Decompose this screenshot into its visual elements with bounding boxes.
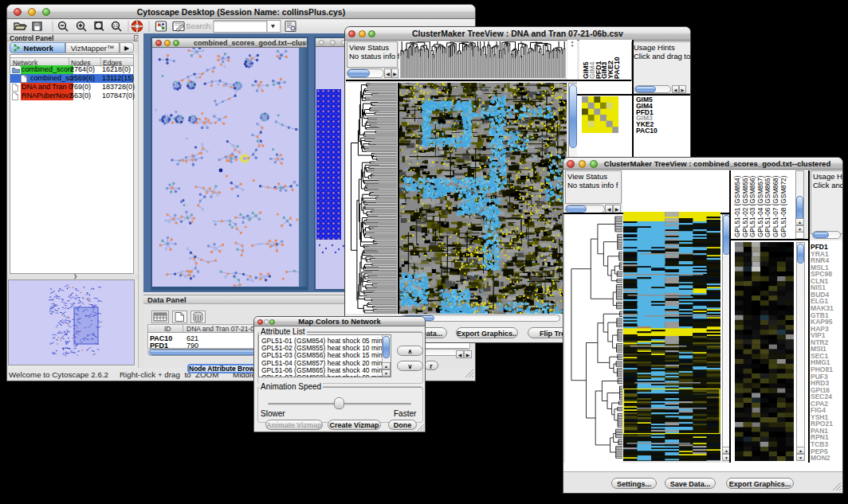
svg-text:PAC10: PAC10 [613,57,621,79]
svg-text:GPL51-08 (GSM872): GPL51-08 (GSM872) [780,175,787,237]
svg-text:GPL51-04 (GSM857): GPL51-04 (GSM857) [757,175,764,237]
svg-text:GPL51-07 (GSM868): GPL51-07 (GSM868) [772,175,779,237]
svg-text:GPL51-01 (GSM854): GPL51-01 (GSM854) [734,175,741,237]
svg-text:Search:: Search: [186,21,213,30]
svg-text:GPL51-03 (GSM856): GPL51-03 (GSM856) [749,175,756,237]
svg-text:1:1: 1:1 [113,24,119,28]
svg-text:GPL51-02 (GSM855): GPL51-02 (GSM855) [742,175,749,237]
svg-text:GPL51-06 (GSM865): GPL51-06 (GSM865) [764,175,771,237]
